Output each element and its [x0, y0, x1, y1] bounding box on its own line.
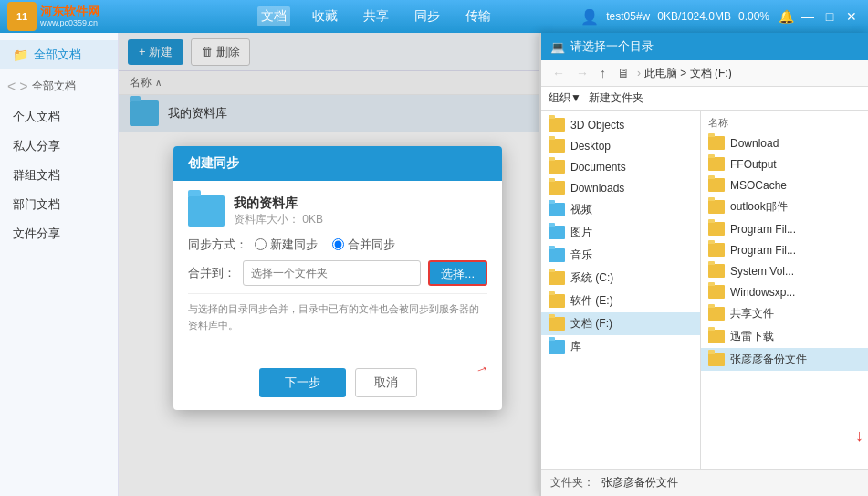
- fb-file-systemvol[interactable]: System Vol...: [701, 260, 868, 281]
- radio-merge-sync-input[interactable]: [332, 238, 344, 250]
- sidebar-item-dept[interactable]: 部门文档: [0, 190, 118, 219]
- fb-new-folder-btn[interactable]: 新建文件夹: [589, 90, 643, 106]
- fb-file-ffoutput[interactable]: FFOutput: [701, 153, 868, 174]
- next-button[interactable]: 下一步: [259, 368, 346, 397]
- merge-folder-input[interactable]: [243, 260, 421, 286]
- sidebar-label-group: 群组文档: [13, 167, 60, 184]
- fb-folder-icon-3dobjects: [549, 118, 565, 132]
- top-nav: 文档 收藏 共享 同步 传输: [172, 6, 580, 26]
- fb-file-zhangyanyan[interactable]: 张彦彦备份文件: [701, 348, 868, 371]
- fb-tree-pictures[interactable]: 图片: [541, 221, 700, 244]
- fb-path-display: 此电脑 > 文档 (F:): [644, 66, 861, 81]
- fb-tree-drive-c[interactable]: 系统 (C:): [541, 267, 700, 290]
- fb-file-icon-download: [708, 136, 725, 150]
- maximize-icon[interactable]: □: [821, 7, 839, 26]
- fb-file-icon-shared: [708, 307, 725, 321]
- radio-merge-sync[interactable]: 合并同步: [332, 237, 395, 253]
- fb-toolbar: 组织▼ 新建文件夹: [541, 87, 868, 111]
- fb-bottom-label: 文件夹：: [550, 475, 594, 491]
- sidebar-item-group[interactable]: 群组文档: [0, 161, 118, 190]
- fb-file-windowsxp[interactable]: Windowsxp...: [701, 281, 868, 302]
- file-browser-panel: 💻 请选择一个目录 ← → ↑ 🖥 › 此电脑 > 文档 (F:) 组织▼ 新建…: [539, 33, 868, 496]
- fb-title-text: 请选择一个目录: [570, 38, 654, 55]
- fb-folder-icon-desktop: [549, 139, 565, 153]
- merge-label: 合并到：: [188, 265, 235, 281]
- fb-tree-video[interactable]: 视频: [541, 198, 700, 221]
- select-folder-button[interactable]: 选择...: [428, 260, 487, 286]
- fb-folder-icon-downloads: [549, 181, 565, 195]
- radio-merge-sync-label: 合并同步: [348, 237, 395, 253]
- fb-back-btn[interactable]: ←: [549, 64, 569, 82]
- fb-tree-drive-f[interactable]: 文档 (F:): [541, 312, 700, 335]
- app-subtitle: www.pc0359.cn: [40, 18, 99, 28]
- nav-share[interactable]: 共享: [360, 6, 392, 26]
- fb-bottom-value: 张彦彦备份文件: [601, 475, 678, 491]
- sidebar-label-all-docs: 全部文档: [34, 47, 81, 63]
- radio-group: 新建同步 合并同步: [255, 237, 395, 253]
- fb-tree-drive-e[interactable]: 软件 (E:): [541, 290, 700, 312]
- fb-file-outlook[interactable]: outlook邮件: [701, 195, 868, 218]
- fb-file-icon-windowsxp: [708, 285, 725, 299]
- fb-file-programfiles1[interactable]: Program Fil...: [701, 218, 868, 239]
- fb-file-icon-programfiles1: [708, 222, 725, 236]
- nav-transfer[interactable]: 传输: [462, 6, 495, 26]
- sidebar-item-personal[interactable]: 个人文档: [0, 102, 118, 132]
- topbar-right: 👤 test05#w 0KB/1024.0MB 0.00% 🔔 — □ ✕: [580, 7, 861, 26]
- fb-file-download[interactable]: Download: [701, 132, 868, 153]
- fb-icon: 💻: [550, 40, 565, 54]
- topbar: 11 河东软件网 www.pc0359.cn 文档 收藏 共享 同步 传输 👤 …: [0, 0, 868, 33]
- user-icon: 👤: [580, 8, 599, 26]
- bell-icon[interactable]: 🔔: [777, 7, 795, 26]
- close-icon[interactable]: ✕: [842, 7, 861, 26]
- fb-left-tree: 3D Objects Desktop Documents Downloads: [541, 111, 701, 469]
- fb-file-icon-programfiles2: [708, 243, 725, 257]
- dialog-sync-method-row: 同步方式： 新建同步 合并同步: [188, 237, 487, 253]
- red-arrow-selected: ↓: [855, 427, 863, 446]
- fb-tree-3dobjects[interactable]: 3D Objects: [541, 114, 700, 135]
- sidebar-item-all-docs[interactable]: 📁 全部文档: [0, 40, 118, 69]
- fb-recent-btn[interactable]: 🖥: [613, 64, 633, 82]
- nav-back[interactable]: <: [7, 79, 16, 95]
- sidebar-label-personal: 个人文档: [13, 109, 60, 125]
- dialog-footer: 下一步 取消: [173, 359, 502, 410]
- minimize-icon[interactable]: —: [799, 7, 817, 26]
- fb-folder-icon-documents: [549, 160, 565, 174]
- radio-new-sync-input[interactable]: [255, 238, 267, 250]
- cancel-button[interactable]: 取消: [355, 368, 417, 397]
- fb-folder-icon-drive-e: [549, 294, 565, 308]
- fb-folder-icon-pictures: [549, 226, 565, 239]
- dialog-header: 创建同步: [173, 146, 502, 181]
- sidebar-label-dept: 部门文档: [13, 196, 60, 213]
- fb-organize-btn[interactable]: 组织▼: [549, 90, 581, 106]
- fb-forward-btn[interactable]: →: [572, 64, 592, 82]
- fb-tree-library[interactable]: 库: [541, 335, 700, 358]
- sidebar-item-private-share[interactable]: 私人分享: [0, 132, 118, 161]
- fb-file-shared[interactable]: 共享文件: [701, 302, 868, 325]
- dialog-folder-size: 资料库大小： 0KB: [234, 212, 323, 227]
- fb-up-btn[interactable]: ↑: [596, 64, 610, 82]
- nav-favorites[interactable]: 收藏: [309, 6, 341, 26]
- fb-tree-music[interactable]: 音乐: [541, 244, 700, 267]
- radio-new-sync[interactable]: 新建同步: [255, 237, 318, 253]
- fb-content: 3D Objects Desktop Documents Downloads: [541, 111, 868, 469]
- dialog-folder-section: 我的资料库 资料库大小： 0KB: [188, 195, 487, 227]
- fb-nav-bar: ← → ↑ 🖥 › 此电脑 > 文档 (F:): [541, 60, 868, 87]
- fb-tree-desktop[interactable]: Desktop: [541, 135, 700, 156]
- dialog-description: 与选择的目录同步合并，目录中已有的文件也会被同步到服务器的资料库中。: [188, 293, 487, 333]
- nav-documents[interactable]: 文档: [257, 6, 290, 26]
- dialog-body: 我的资料库 资料库大小： 0KB 同步方式：: [173, 181, 502, 359]
- app-logo: 11 河东软件网 www.pc0359.cn: [7, 2, 172, 31]
- fb-tree-documents[interactable]: Documents: [541, 156, 700, 177]
- fb-file-programfiles2[interactable]: Program Fil...: [701, 239, 868, 260]
- nav-forward[interactable]: >: [19, 79, 27, 95]
- watermark-text: 河东软件网: [40, 5, 99, 19]
- content-area: + 新建 🗑 删除 🔍 创建同步 ↑ 名称 ∧ 我的资料库: [119, 33, 868, 496]
- main-layout: 📁 全部文档 < > 全部文档 个人文档 私人分享 群组文档 部门文档 文件分享: [0, 33, 868, 496]
- fb-file-thunder[interactable]: 迅雷下载: [701, 325, 868, 348]
- nav-sync[interactable]: 同步: [411, 6, 444, 26]
- sidebar-item-file-share[interactable]: 文件分享: [0, 219, 118, 248]
- folder-icon: 📁: [13, 47, 28, 62]
- fb-file-msocache[interactable]: MSOCache: [701, 174, 868, 195]
- fb-tree-downloads[interactable]: Downloads: [541, 177, 700, 198]
- fb-bottom-bar: 文件夹： 张彦彦备份文件: [541, 469, 868, 496]
